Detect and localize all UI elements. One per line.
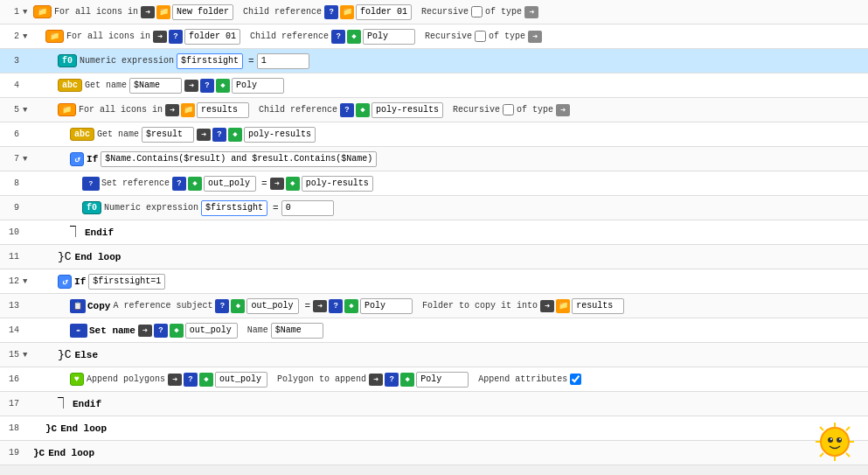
if-keyword-7: If xyxy=(87,154,98,164)
out-poly-field-16[interactable]: out_poly xyxy=(215,372,267,388)
child-ref-label-1: Child reference xyxy=(243,7,322,17)
line-num-8: 8 xyxy=(2,178,23,188)
arrow-16b[interactable]: ➜ xyxy=(369,374,383,386)
expand-15[interactable]: ▼ xyxy=(23,351,33,360)
ref-icon-5c: ◆ xyxy=(356,103,370,117)
numeric-label-3: Numeric expression xyxy=(80,56,174,66)
line-9: 9 f0 Numeric expression $firstsight = 0 xyxy=(0,196,868,220)
endif-keyword-10: Endif xyxy=(85,227,114,238)
out-poly-field-13[interactable]: out_poly xyxy=(247,298,299,314)
condition-field-7[interactable]: $Name.Contains($result) and $result.Cont… xyxy=(101,151,377,167)
poly-results-field-6[interactable]: poly-results xyxy=(244,127,316,143)
set-name-keyword-14: Set name xyxy=(89,325,135,336)
if-keyword-12: If xyxy=(74,276,86,287)
line-14: 14 ✒ Set name ➜ ? ◆ out_poly Name $Name xyxy=(0,318,868,343)
ref-icon-13e: 📁 xyxy=(556,299,570,313)
arrow-14[interactable]: ➜ xyxy=(138,325,152,337)
results-field-5[interactable]: results xyxy=(197,102,249,118)
chip-for-all-2: 📁 xyxy=(45,30,64,43)
arrow-8[interactable]: ➜ xyxy=(270,178,284,190)
chip-set-ref-8: ? xyxy=(82,177,100,191)
folder01-field-2[interactable]: folder 01 xyxy=(184,29,240,45)
arrow-results-5[interactable]: ➜ xyxy=(165,104,179,116)
recursive-check-5[interactable] xyxy=(503,104,514,115)
line-num-7: 7 xyxy=(2,154,23,164)
line-num-15: 15 xyxy=(2,350,23,360)
of-type-arrow-1[interactable]: ➜ xyxy=(524,6,538,18)
svg-point-3 xyxy=(830,438,832,440)
set-ref-label-8: Set reference xyxy=(101,178,170,188)
folder01-field-1[interactable]: folder 01 xyxy=(356,4,412,20)
chip-numeric-3: f0 xyxy=(58,54,77,67)
expand-6 xyxy=(23,130,33,139)
result-var-field-6[interactable]: $result xyxy=(142,127,194,143)
expand-7[interactable]: ▼ xyxy=(23,155,33,164)
of-type-arrow-5[interactable]: ➜ xyxy=(556,104,570,116)
line-16: 16 ♥ Append polygons ➜ ? ◆ out_poly Poly… xyxy=(0,367,868,392)
get-name-label-6: Get name xyxy=(97,129,139,139)
end-loop-icon-11: }C xyxy=(58,250,72,263)
expand-2[interactable]: ▼ xyxy=(23,32,33,41)
recursive-check-1[interactable] xyxy=(471,6,483,17)
arrow-13b[interactable]: ➜ xyxy=(540,300,554,312)
equals-13: = xyxy=(304,301,310,311)
ref-icon-16d: ◆ xyxy=(400,373,414,387)
ref-icon-8b: ◆ xyxy=(188,177,202,191)
firstsight-field-3[interactable]: $firstsight xyxy=(177,53,243,69)
polygon-to-append-label-16: Polygon to append xyxy=(277,374,366,384)
chip-if-12: ↺ xyxy=(58,275,72,289)
ref-icon-2a: ? xyxy=(169,30,183,44)
poly-field-4[interactable]: Poly xyxy=(232,78,284,94)
arrow-get-name-6[interactable]: ➜ xyxy=(197,129,211,141)
line-num-10: 10 xyxy=(2,227,23,237)
line-19: 19 }C End loop xyxy=(0,441,868,465)
expand-13 xyxy=(23,302,33,311)
for-all-label-2: For all icons in xyxy=(66,31,150,41)
condition-field-12[interactable]: $firstsight=1 xyxy=(88,274,165,290)
recursive-check-2[interactable] xyxy=(475,31,486,42)
ref-icon-8a: ? xyxy=(172,177,186,191)
poly-field-13[interactable]: Poly xyxy=(360,298,413,314)
expand-12[interactable]: ▼ xyxy=(23,277,33,286)
name-var-field-4[interactable]: $Name xyxy=(129,78,182,94)
arrow-folder01[interactable]: ➜ xyxy=(153,31,167,43)
out-poly-field-8[interactable]: out_poly xyxy=(204,176,256,192)
line-num-5: 5 xyxy=(2,105,23,115)
folder-to-copy-label-13: Folder to copy it into xyxy=(422,301,538,311)
poly-results-field-5[interactable]: poly-results xyxy=(372,102,443,118)
poly-field-16[interactable]: Poly xyxy=(416,372,469,388)
arrow-16[interactable]: ➜ xyxy=(168,374,182,386)
ref-icon-6b: ◆ xyxy=(228,128,242,142)
append-attr-check-16[interactable] xyxy=(570,374,581,385)
arrow-get-name-4[interactable]: ➜ xyxy=(184,80,198,92)
expand-5[interactable]: ▼ xyxy=(23,106,33,115)
line-num-18: 18 xyxy=(2,423,23,433)
out-poly-field-14[interactable]: out_poly xyxy=(185,323,238,339)
results-field-13[interactable]: results xyxy=(572,298,624,314)
line-num-12: 12 xyxy=(2,276,23,286)
arrow-new-folder[interactable]: ➜ xyxy=(141,6,155,18)
firstsight-field-9[interactable]: $firstsight xyxy=(201,200,267,216)
ref-icon-2b: ? xyxy=(331,30,345,44)
value-field-3[interactable]: 1 xyxy=(257,53,309,69)
name-var-field-14[interactable]: $Name xyxy=(271,323,323,339)
recursive-label-5: Recursive xyxy=(453,105,500,115)
new-folder-field[interactable]: New folder xyxy=(172,4,233,20)
arrow-13[interactable]: ➜ xyxy=(313,300,327,312)
line-num-11: 11 xyxy=(2,252,23,262)
expand-1[interactable]: ▼ xyxy=(23,8,33,17)
equals-8: = xyxy=(261,178,267,189)
equals-3: = xyxy=(248,56,254,66)
else-keyword-15: Else xyxy=(75,350,98,360)
append-attr-label-16: Append attributes xyxy=(478,374,567,384)
poly-results-field-8[interactable]: poly-results xyxy=(302,176,373,192)
of-type-arrow-2[interactable]: ➜ xyxy=(528,31,542,43)
a-ref-subject-label-13: A reference subject xyxy=(113,301,212,311)
poly-field-2[interactable]: Poly xyxy=(363,29,415,45)
value-field-9[interactable]: 0 xyxy=(281,200,334,216)
child-ref-label-2: Child reference xyxy=(250,31,329,41)
ref-icon-16b: ◆ xyxy=(199,373,213,387)
expand-19 xyxy=(23,449,33,458)
line-num-9: 9 xyxy=(2,203,23,213)
recursive-label-1: Recursive xyxy=(421,7,469,17)
